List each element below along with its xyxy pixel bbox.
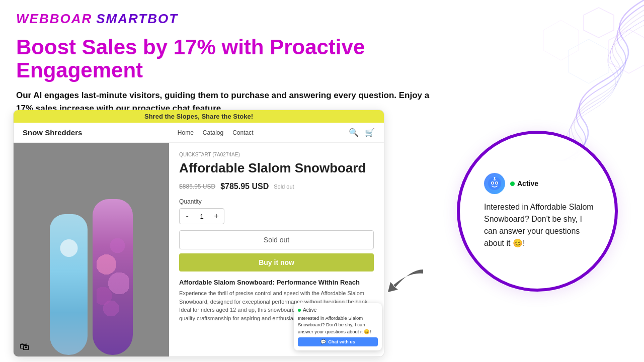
chat-circle: Active Interested in Affordable Slalom S…: [457, 131, 618, 292]
chat-active-dot: [298, 309, 301, 312]
shop-nav: Snow Shredders Home Catalog Contact 🔍 🛒: [14, 123, 384, 143]
nav-link-contact[interactable]: Contact: [232, 129, 253, 136]
chat-icon: 💬: [320, 339, 326, 344]
qty-value: 1: [195, 213, 209, 220]
chat-btn-label: Chat with us: [328, 339, 355, 344]
chat-overlay-message: Interested in Affordable Slalom Snowboar…: [298, 315, 378, 335]
headline: Boost Sales by 17% with Proactive Engage…: [16, 36, 454, 82]
chat-overlay-button[interactable]: 💬 Chat with us: [298, 337, 378, 346]
logo-container: WEBBOAR SMARTBOT: [16, 11, 628, 27]
sold-out-badge: Sold out: [274, 184, 294, 190]
promo-bar: Shred the Slopes, Share the Stoke!: [14, 110, 384, 123]
logo-webboar: WEBBOAR: [16, 11, 92, 27]
chat-avatar: [484, 173, 505, 194]
product-sku: QUICKSTART (7A0274AE): [179, 152, 374, 157]
active-text: Active: [517, 179, 538, 188]
product-images: [14, 143, 169, 357]
qty-plus-button[interactable]: +: [209, 209, 224, 224]
logo-smartbot: SMARTBOT: [96, 11, 178, 27]
snowboard-image-2: [93, 199, 133, 355]
nav-link-catalog[interactable]: Catalog: [203, 129, 223, 136]
product-desc-title: Affordable Slalom Snowboard: Performance…: [179, 279, 374, 286]
chat-active-label: Active: [303, 307, 316, 313]
quantity-control: - 1 +: [179, 208, 224, 224]
qty-minus-button[interactable]: -: [180, 209, 195, 224]
buy-now-button[interactable]: Buy it now: [179, 253, 374, 272]
arrow-pointer: [380, 264, 426, 297]
active-label: Active: [510, 179, 538, 188]
shop-nav-icons: 🔍 🛒: [349, 128, 375, 137]
svg-point-8: [496, 183, 498, 184]
shop-mockup: Shred the Slopes, Share the Stoke! Snow …: [13, 110, 384, 357]
cart-icon[interactable]: 🛒: [365, 128, 375, 137]
quantity-label: Quantity: [179, 198, 374, 205]
nav-link-home[interactable]: Home: [178, 129, 194, 136]
svg-point-11: [494, 177, 496, 178]
svg-point-7: [492, 183, 494, 184]
shop-nav-links: Home Catalog Contact: [178, 129, 254, 136]
shopify-icon: 🛍: [20, 341, 30, 352]
chat-message: Interested in Affordable Slalom Snowboar…: [484, 201, 597, 249]
chat-circle-header: Active: [484, 173, 538, 194]
chat-overlay: Active Interested in Affordable Slalom S…: [294, 303, 382, 350]
chat-overlay-top: Active: [298, 307, 378, 313]
main-content: WEBBOAR SMARTBOT Boost Sales by 17% with…: [0, 0, 644, 115]
price-current: $785.95 USD: [220, 182, 269, 191]
svg-rect-9: [494, 179, 496, 180]
snowboard-image-1: [50, 214, 88, 355]
shop-nav-logo: Snow Shredders: [23, 128, 82, 137]
price-original: $885.95 USD: [179, 183, 215, 190]
product-price-row: $885.95 USD $785.95 USD Sold out: [179, 182, 374, 191]
sold-out-button[interactable]: Sold out: [179, 230, 374, 249]
product-title: Affordable Slalom Snowboard: [179, 160, 374, 176]
search-icon[interactable]: 🔍: [349, 128, 359, 137]
active-dot: [510, 182, 515, 186]
